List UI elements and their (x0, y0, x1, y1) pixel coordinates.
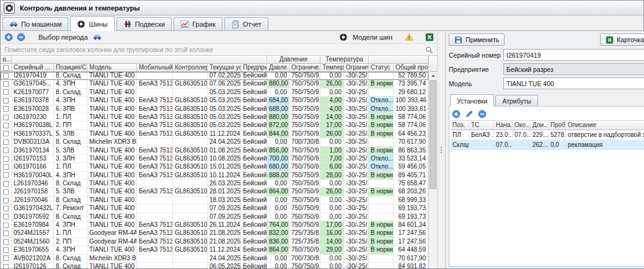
add-icon[interactable] (452, 110, 461, 118)
period-select-button[interactable]: Выбор периода (37, 33, 90, 41)
row-checkbox[interactable] (3, 255, 9, 261)
remove-icon[interactable] (478, 110, 487, 118)
warning-icon[interactable] (404, 33, 413, 42)
row-checkbox[interactable] (3, 231, 9, 236)
table-row[interactable]: J2619700468. СкладTIANLI TUE 40018.03.20… (1, 196, 428, 205)
row-checkbox[interactable] (3, 73, 9, 79)
col-header-pressure-limit[interactable]: Ограниче... (289, 64, 320, 72)
row-checkbox[interactable] (3, 131, 9, 136)
row-checkbox[interactable] (3, 115, 9, 120)
tire-models-button[interactable]: Модели шин (351, 33, 394, 41)
tab-chart[interactable]: График (174, 17, 223, 30)
col-header-pressure[interactable]: Давле... (267, 64, 289, 72)
row-checkbox[interactable] (3, 189, 9, 195)
col-header-model[interactable]: Модель (87, 64, 137, 72)
tab-suspensions[interactable]: Подвески (117, 17, 172, 30)
tab-installations[interactable]: Установки (450, 94, 494, 107)
table-row[interactable]: G361970432L7. РемонтTIANLI TUE 40007.09.… (1, 205, 428, 213)
table-row[interactable]: H361970040L4. ЗПНTIANLI TUE 400БелАЗ 751… (1, 172, 428, 180)
row-checkbox[interactable] (3, 181, 9, 187)
cell-serial: H361970040L (12, 172, 54, 180)
table-row[interactable]: H361970337L5. ЗЛВTIANLI TUE 400БелАЗ 751… (1, 130, 428, 138)
table-row[interactable]: J2619701585. ЗЛВTIANLI TUE 400БелАЗ 7513… (1, 188, 428, 196)
tab-tires[interactable]: Шины (70, 16, 114, 31)
cell-model: TIANLI TUE 400 (87, 213, 137, 221)
vehicles-button[interactable] (93, 33, 102, 42)
scrollbar-track[interactable] (429, 72, 437, 268)
table-row[interactable]: K2619700778. СкладTIANLI TUE 40005.03.20… (1, 89, 428, 97)
table-row[interactable]: AVB021202A8. СкладMichelin XDR3 B424.04.… (1, 255, 428, 263)
tab-attributes[interactable]: Атрибуты (495, 95, 538, 106)
row-checkbox[interactable] (3, 172, 9, 178)
grid-scrollbar[interactable] (428, 56, 437, 268)
col-header-mobile-object[interactable]: Мобильный объ... (137, 64, 173, 72)
col-header-status[interactable]: Статус (369, 64, 394, 72)
row-checkbox[interactable] (3, 164, 9, 170)
col-header-controller[interactable]: Контроллер (173, 64, 208, 72)
add-button[interactable] (4, 33, 13, 42)
serial-number-input[interactable] (503, 49, 644, 61)
table-row[interactable]: E3619703784. ЗПНTIANLI TUE 400БелАЗ 7513… (1, 97, 428, 105)
row-checkbox[interactable] (3, 239, 9, 245)
col-header-enterprise[interactable]: Предпри... (241, 64, 267, 72)
table-row[interactable]: I2619701533. ЗЛНTIANLI TUE 400БелАЗ 7513… (1, 155, 428, 163)
scroll-up-arrow[interactable] (429, 72, 437, 79)
cell-mobile-object: БелАЗ 75131 №... (137, 147, 173, 155)
row-checkbox[interactable] (3, 98, 9, 104)
row-checkbox[interactable] (3, 206, 9, 211)
tire-card-button[interactable]: Карточка шины (600, 33, 644, 46)
row-checkbox[interactable] (3, 123, 9, 128)
table-row[interactable]: I3619702301. ПЛTIANLI TUE 400БелАЗ 7513D… (1, 113, 428, 121)
tab-report[interactable]: Отчет (224, 17, 268, 30)
scrollbar-thumb[interactable] (430, 80, 436, 189)
row-checkbox[interactable] (3, 264, 9, 268)
col-header-temperature[interactable]: Темпера... (320, 64, 344, 72)
col-header-position[interactable]: Позиция/С... (54, 64, 87, 72)
table-row[interactable]: I2619704198. СкладTIANLI TUE 40007.02.20… (1, 72, 428, 80)
table-row[interactable]: L2619703468. СкладTIANLI TUE 40026.03.20… (1, 180, 428, 188)
tab-by-machines[interactable]: По машинам (2, 17, 68, 30)
model-input[interactable] (503, 77, 644, 89)
search-icon[interactable] (425, 46, 433, 54)
row-checkbox[interactable] (3, 223, 9, 228)
excel-export-button[interactable] (425, 33, 434, 42)
row-checkbox[interactable] (3, 148, 9, 153)
table-row[interactable]: D3619701345. ЗЛВTIANLI TUE 400БелАЗ 7513… (1, 147, 428, 155)
row-checkbox[interactable] (3, 198, 9, 203)
row-checkbox[interactable] (3, 214, 9, 219)
col-header-serial[interactable]: Серийный ... (12, 64, 54, 72)
installation-row[interactable]: ПЛБелАЗ ...23.0...07.0...229....5278...о… (451, 130, 644, 140)
cell-temperature: 0,00 (320, 205, 344, 213)
installation-row[interactable]: Склад07.0...262....0,0рекламация (451, 140, 644, 150)
installations-header: Поз. ТС Нача... Око... Дли... Проб... Оп… (451, 121, 644, 130)
col-header-install-date[interactable]: Текущая уст... (208, 64, 241, 72)
table-row[interactable]: E3619709844. ЗПНTIANLI TUE 400БелАЗ 7513… (1, 221, 428, 229)
remove-button[interactable] (16, 33, 25, 42)
row-checkbox[interactable] (3, 81, 9, 87)
row-checkbox[interactable] (3, 156, 9, 162)
table-row[interactable]: E3619706554. ЗПНTIANLI TUE 400БелАЗ 7513… (1, 246, 428, 254)
table-row[interactable]: D3619705928. СкладTIANLI TUE 40007.09.20… (1, 213, 428, 221)
edit-icon[interactable] (465, 110, 474, 118)
pane-splitter[interactable] (437, 31, 446, 268)
select-all-checkbox[interactable] (3, 65, 9, 71)
row-checkbox[interactable] (3, 106, 9, 112)
table-row[interactable]: H361970038L2. ППTIANLI TUE 400БелАЗ 7513… (1, 121, 428, 130)
cell-temperature: 4,00 (320, 97, 344, 105)
apply-button[interactable]: Применить (449, 33, 505, 46)
table-row[interactable]: I3619701661. ПЛTIANLI TUE 400БелАЗ 75131… (1, 163, 428, 171)
table-row[interactable]: DVB0031I3A8. СкладMichelin XDR3 B424.04.… (1, 138, 428, 146)
table-row[interactable]: 0524MJ15602. ППGoodyear RM-4A +...БелАЗ … (1, 238, 428, 246)
table-row[interactable]: I2619701268. СкладTIANLI TUE 40006.05.20… (1, 263, 428, 268)
cell-mobile-object (137, 196, 173, 205)
col-header-temperature-limit[interactable]: Огранич... (344, 64, 369, 72)
table-row[interactable]: E3619700286. ЗПВTIANLI TUE 400БелАЗ 7513… (1, 105, 428, 113)
row-checkbox[interactable] (3, 89, 9, 95)
table-row[interactable]: G36197045...4. ЗПНTIANLI TUE 400БелАЗ 75… (1, 80, 428, 88)
cell-install-date: 10.08.2025 (208, 155, 241, 163)
group-by-panel[interactable]: Поместите сюда заголовок колонки для гру… (1, 43, 437, 56)
table-row[interactable]: 0524MJ15571. ПЛGoodyear RM-4A +...БелАЗ … (1, 229, 428, 237)
row-checkbox[interactable] (3, 247, 9, 253)
row-checkbox[interactable] (3, 139, 9, 145)
col-header-total-mileage[interactable]: Общий проб... (394, 64, 428, 72)
